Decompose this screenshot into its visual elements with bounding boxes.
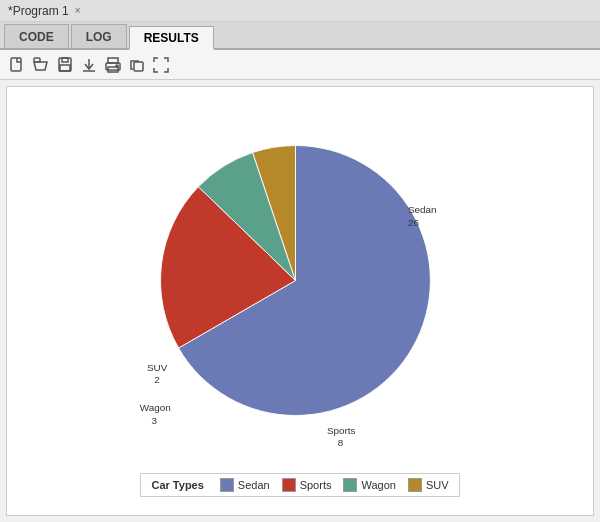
wagon-legend-color <box>343 478 357 492</box>
svg-point-10 <box>116 65 118 67</box>
sedan-legend-color <box>220 478 234 492</box>
legend-item-sports: Sports <box>282 478 332 492</box>
fullscreen-icon[interactable] <box>152 56 170 74</box>
suv-label: SUV <box>147 362 168 373</box>
svg-rect-11 <box>134 62 143 71</box>
tabs-bar: CODE LOG RESULTS <box>0 22 600 50</box>
tab-results[interactable]: RESULTS <box>129 26 214 50</box>
svg-rect-3 <box>62 58 68 62</box>
sports-legend-color <box>282 478 296 492</box>
tab-code[interactable]: CODE <box>4 24 69 48</box>
layout-icon[interactable] <box>128 56 146 74</box>
window-title: *Program 1 <box>8 4 69 18</box>
svg-rect-4 <box>60 65 70 71</box>
pie-chart: Sedan 26 Sports 8 Wagon 3 SUV 2 <box>120 105 480 465</box>
wagon-value: 3 <box>152 415 158 426</box>
icon-toolbar <box>0 50 600 80</box>
pie-chart-wrapper: Sedan 26 Sports 8 Wagon 3 SUV 2 <box>120 105 480 465</box>
sports-label: Sports <box>327 425 356 436</box>
legend-item-suv: SUV <box>408 478 449 492</box>
svg-rect-0 <box>11 58 21 71</box>
legend-item-sedan: Sedan <box>220 478 270 492</box>
wagon-legend-label: Wagon <box>361 479 395 491</box>
suv-legend-label: SUV <box>426 479 449 491</box>
sedan-legend-label: Sedan <box>238 479 270 491</box>
sports-value: 8 <box>338 437 344 448</box>
sedan-value: 26 <box>408 217 419 228</box>
content-area: Sedan 26 Sports 8 Wagon 3 SUV 2 Car Type… <box>6 86 594 516</box>
suv-legend-color <box>408 478 422 492</box>
legend-item-wagon: Wagon <box>343 478 395 492</box>
print-icon[interactable] <box>104 56 122 74</box>
close-button[interactable]: × <box>75 5 81 16</box>
wagon-label: Wagon <box>140 402 171 413</box>
chart-legend: Car Types Sedan Sports Wagon SUV <box>140 473 459 497</box>
sedan-label: Sedan <box>408 204 437 215</box>
open-icon[interactable] <box>32 56 50 74</box>
sports-legend-label: Sports <box>300 479 332 491</box>
title-bar: *Program 1 × <box>0 0 600 22</box>
suv-value: 2 <box>154 374 160 385</box>
legend-title: Car Types <box>151 479 203 491</box>
export-icon[interactable] <box>80 56 98 74</box>
tab-log[interactable]: LOG <box>71 24 127 48</box>
save-icon[interactable] <box>56 56 74 74</box>
new-icon[interactable] <box>8 56 26 74</box>
chart-container: Sedan 26 Sports 8 Wagon 3 SUV 2 Car Type… <box>17 97 583 505</box>
main-window: *Program 1 × CODE LOG RESULTS <box>0 0 600 522</box>
